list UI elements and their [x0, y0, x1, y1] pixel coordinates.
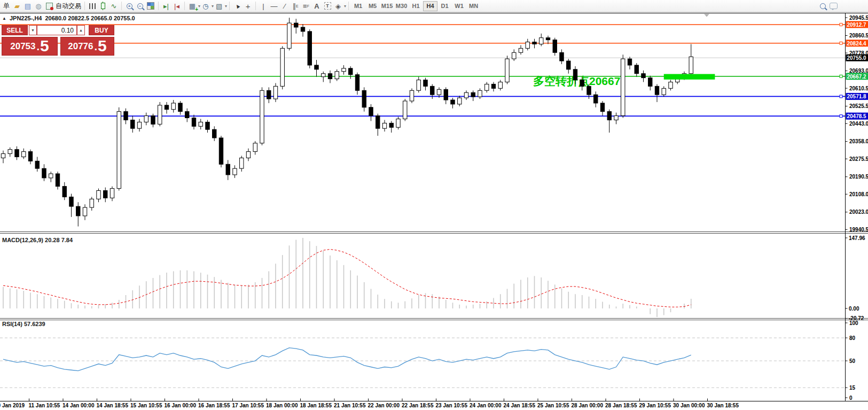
time-tick-label: 14 Jan 00:00	[62, 403, 95, 408]
arrows-tool-icon[interactable]: ◈	[333, 1, 343, 11]
candle-body	[233, 168, 237, 175]
candle-body	[396, 119, 400, 127]
metaeditor-icon[interactable]: ▤	[22, 1, 33, 11]
chart-area[interactable]: 多空转折点20667 20945.520860.520778.020693.02…	[0, 12, 868, 410]
time-tick-label: 21 Jan 10:55	[334, 403, 366, 408]
autotrading-label[interactable]: 自动交易	[54, 1, 82, 11]
macd-indicator-label: MACD(12,26,9) 20.28 7.84	[2, 237, 73, 243]
line-end-marker[interactable]	[840, 115, 842, 118]
trendline-icon[interactable]: ∕	[279, 1, 290, 11]
horizontal-line-icon[interactable]: ―	[269, 1, 279, 11]
toolbar-separator	[229, 2, 230, 10]
price-badge-label: 20824.4	[847, 41, 867, 47]
timeframe-group: M1M5M15M30H1H4D1W1MN	[351, 1, 481, 11]
candle-body	[83, 207, 87, 216]
tf-button-H4[interactable]: H4	[423, 1, 437, 11]
volume-increase-button[interactable]: ▲	[77, 25, 85, 35]
candle-body	[491, 84, 495, 88]
collapse-arrow-icon[interactable]: ▲	[2, 16, 6, 21]
candle-body	[410, 90, 413, 101]
price-tick-label: 20023.0	[849, 209, 868, 215]
buy-price-pip: 5	[98, 38, 107, 53]
search-icon[interactable]	[817, 1, 828, 11]
time-tick-label: 24 Jan 00:00	[470, 403, 502, 408]
candle-body	[431, 86, 434, 95]
tile-windows-icon[interactable]	[145, 1, 156, 11]
price-tick-label: 20945.5	[849, 15, 868, 21]
auto-scroll-icon[interactable]: ▸|	[161, 1, 171, 11]
tf-button-D1[interactable]: D1	[437, 1, 452, 11]
candle-body	[349, 68, 353, 75]
candle-body	[512, 52, 516, 59]
candle-body	[308, 32, 311, 65]
signals-icon[interactable]: ◍	[33, 1, 44, 11]
candle-body	[451, 100, 455, 104]
candle-body	[560, 52, 564, 61]
candle-body	[273, 86, 277, 99]
tf-button-M1[interactable]: M1	[351, 1, 365, 11]
candle-body	[369, 107, 373, 116]
candle-body	[389, 123, 393, 127]
candle-body	[90, 199, 93, 207]
chart-shift-marker[interactable]	[704, 14, 709, 17]
toolbar-separator	[84, 2, 85, 10]
line-end-marker[interactable]	[840, 75, 842, 78]
candle-body	[260, 90, 264, 143]
buy-button[interactable]: BUY	[89, 25, 114, 35]
equidistant-channel-icon[interactable]: ∥E	[290, 1, 301, 11]
crosshair-icon[interactable]: +	[243, 1, 253, 11]
candle-body	[8, 150, 12, 154]
chart-shift-icon[interactable]: |◂	[171, 1, 182, 11]
vertical-line-icon[interactable]: |	[258, 1, 269, 11]
zoom-out-icon[interactable]: −	[135, 1, 145, 11]
tf-button-M5[interactable]: M5	[365, 1, 380, 11]
highlight-layer	[664, 74, 715, 79]
highlight-rectangle[interactable]	[664, 74, 715, 79]
chevron-down-icon[interactable]: ▾	[225, 4, 227, 9]
line-end-marker[interactable]	[840, 42, 842, 44]
rsi-layer	[0, 338, 846, 388]
fibonacci-icon[interactable]: ≡F	[301, 1, 311, 11]
sell-price[interactable]: 20753 . 5	[2, 37, 58, 56]
line-end-marker[interactable]	[840, 23, 842, 26]
chat-icon[interactable]	[828, 1, 839, 11]
ingot-icon[interactable]: ▰	[12, 1, 22, 11]
tf-button-M15[interactable]: M15	[380, 1, 394, 11]
line-end-marker[interactable]	[840, 95, 842, 98]
text-icon[interactable]: A	[311, 1, 322, 11]
cursor-icon[interactable]: ▲	[232, 1, 243, 11]
horizontal-lines-layer	[0, 23, 846, 117]
candle-body	[485, 84, 489, 90]
price-tick-label: 20525.5	[849, 103, 868, 109]
tf-button-W1[interactable]: W1	[452, 1, 466, 11]
zoom-in-icon[interactable]: +	[124, 1, 135, 11]
chart-ohlc-title: ▲ JPN225-,H4 20680.0 20822.5 20665.0 207…	[2, 15, 135, 21]
volume-decrease-button[interactable]: ▼	[29, 25, 37, 35]
chevron-down-icon[interactable]: ▾	[344, 4, 346, 9]
tf-button-M30[interactable]: M30	[394, 1, 409, 11]
text-label-icon[interactable]: T	[322, 1, 333, 11]
candle-body	[178, 103, 182, 112]
tf-button-MN[interactable]: MN	[466, 1, 481, 11]
tf-button-H1[interactable]: H1	[409, 1, 423, 11]
periods-clock-icon[interactable]: ◷	[200, 1, 211, 11]
candle-body	[600, 103, 604, 112]
price-tick-label: 20108.0	[849, 191, 868, 197]
new-chart-icon[interactable]: ▦	[187, 1, 198, 11]
bar-chart-icon[interactable]	[87, 1, 98, 11]
line-chart-icon[interactable]: ∿	[108, 1, 119, 11]
new-order-button[interactable]: 单	[1, 1, 12, 11]
time-tick-label: 17 Jan 10:55	[232, 403, 264, 408]
buy-price[interactable]: 20776 . 5	[60, 37, 114, 56]
candle-body	[213, 129, 216, 138]
candle-body	[110, 189, 114, 198]
templates-icon[interactable]: ▧	[214, 1, 224, 11]
candle-body	[655, 86, 659, 95]
time-tick-label: 25 Jan 10:55	[537, 403, 569, 408]
volume-input[interactable]	[37, 25, 77, 35]
candle-body	[648, 78, 652, 87]
autotrading-icon[interactable]	[44, 1, 54, 11]
sell-button[interactable]: SELL	[2, 25, 28, 35]
candlestick-icon[interactable]	[98, 1, 108, 11]
candle-body	[526, 42, 529, 49]
